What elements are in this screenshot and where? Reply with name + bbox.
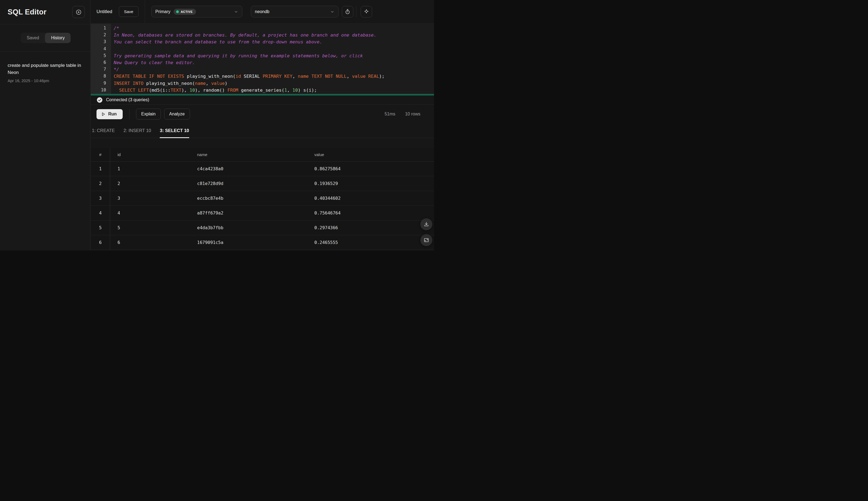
query-row-count: 10 rows xyxy=(405,111,420,117)
value-cell: 0.40344602 xyxy=(307,196,434,201)
table-row[interactable]: 44a87ff679a20.75646764 xyxy=(91,206,434,221)
history-item-date: Apr 16, 2025 - 10:46pm xyxy=(8,78,83,83)
line-number: 5 xyxy=(91,52,106,59)
line-number: 2 xyxy=(91,32,106,39)
sql-keyword: SELECT xyxy=(119,88,135,93)
code-line[interactable]: */ xyxy=(114,66,434,73)
code-line[interactable]: New Query to clear the editor. xyxy=(114,59,434,66)
stopwatch-icon xyxy=(344,9,351,15)
result-tabs: 1: CREATE2: INSERT 103: SELECT 10 xyxy=(91,123,434,138)
id-cell: 3 xyxy=(110,196,190,201)
line-number-gutter: 12345678910 xyxy=(91,24,111,94)
sql-keyword: name xyxy=(298,74,309,79)
sql-keyword: PRIMARY KEY xyxy=(263,74,292,79)
column-header-name: name xyxy=(190,152,307,157)
sql-text: (md5(i:: xyxy=(149,88,171,93)
sparkle-icon xyxy=(363,9,370,15)
code-pane[interactable]: /*In Neon, databases are stored on branc… xyxy=(111,24,434,94)
branch-select[interactable]: Primary ACTIVE xyxy=(151,6,242,18)
main-panel: Untitled Save Primary ACTIVE neondb xyxy=(91,0,434,250)
analyze-button[interactable]: Analyze xyxy=(164,109,190,119)
sql-keyword: INSERT INTO xyxy=(114,81,143,86)
sql-text: ) xyxy=(224,81,227,86)
line-number: 9 xyxy=(91,80,106,87)
editor-toolbar: Untitled Save Primary ACTIVE neondb xyxy=(91,0,434,23)
tab-saved[interactable]: Saved xyxy=(21,33,45,43)
code-line[interactable]: Try generating sample data and querying … xyxy=(114,52,434,59)
row-index-cell: 2 xyxy=(91,176,110,191)
sql-keyword: name xyxy=(195,81,206,86)
id-cell: 2 xyxy=(110,181,190,186)
line-number: 10 xyxy=(91,87,106,94)
query-actions-row: Run Explain Analyze 51ms 10 rows xyxy=(91,105,434,123)
active-status-dot xyxy=(176,10,179,13)
sql-keyword: TEXT NOT NULL xyxy=(311,74,347,79)
sql-number: 10 xyxy=(189,88,195,93)
row-index-cell: 6 xyxy=(91,235,110,250)
table-row[interactable]: 661679091c5a0.2465555 xyxy=(91,235,434,250)
code-line[interactable]: CREATE TABLE IF NOT EXISTS playing_with_… xyxy=(114,73,434,80)
explain-button[interactable]: Explain xyxy=(136,109,161,119)
result-tab-2[interactable]: 2: INSERT 10 xyxy=(123,123,151,138)
ai-assist-button[interactable] xyxy=(361,6,372,18)
history-list-item[interactable]: create and populate sample table in Neon… xyxy=(0,52,90,83)
download-icon xyxy=(424,221,429,227)
sidebar: SQL Editor Saved History create and popu… xyxy=(0,0,90,250)
code-line[interactable]: In Neon, databases are stored on branche… xyxy=(114,32,434,39)
history-item-title: create and populate sample table in Neon xyxy=(8,62,85,76)
line-number: 1 xyxy=(91,25,106,32)
code-line[interactable]: SELECT LEFT(md5(i::TEXT), 10), random() … xyxy=(114,87,434,94)
result-tab-3[interactable]: 3: SELECT 10 xyxy=(160,123,189,138)
save-button[interactable]: Save xyxy=(119,6,139,17)
table-row[interactable]: 11c4ca4238a00.86275864 xyxy=(91,161,434,176)
value-cell: 0.75646764 xyxy=(307,210,434,215)
sql-text: SERIAL xyxy=(241,74,263,79)
database-select[interactable]: neondb xyxy=(251,6,339,18)
sidebar-header: SQL Editor xyxy=(0,0,90,24)
sql-text: generate_series( xyxy=(238,88,284,93)
toolbar-divider xyxy=(145,0,145,23)
sql-text xyxy=(114,88,119,93)
result-tab-1[interactable]: 1: CREATE xyxy=(92,123,115,138)
id-cell: 5 xyxy=(110,225,190,230)
row-index-cell: 1 xyxy=(91,161,110,176)
column-header-index: # xyxy=(91,148,110,161)
query-file-name: Untitled xyxy=(97,9,112,14)
code-line[interactable]: You can select the branch and database t… xyxy=(114,39,434,45)
query-history-timer-button[interactable] xyxy=(342,6,353,18)
results-table-header: # id name value xyxy=(91,148,434,161)
expand-results-button[interactable] xyxy=(420,234,432,246)
table-row[interactable]: 22c81e728d9d0.1936529 xyxy=(91,176,434,191)
play-icon xyxy=(101,111,106,117)
code-line[interactable]: INSERT INTO playing_with_neon(name, valu… xyxy=(114,80,434,87)
sql-keyword: REAL xyxy=(368,74,379,79)
row-index-cell: 5 xyxy=(91,221,110,235)
chevron-down-icon xyxy=(234,10,238,14)
sql-text: playing_with_neon( xyxy=(184,74,235,79)
run-button[interactable]: Run xyxy=(97,109,123,119)
new-query-button[interactable] xyxy=(72,6,85,18)
branch-status-badge: ACTIVE xyxy=(174,9,196,15)
sql-text xyxy=(365,74,368,79)
value-cell: 0.1936529 xyxy=(307,181,434,186)
actions-divider xyxy=(129,109,130,119)
name-cell: c4ca4238a0 xyxy=(190,166,307,171)
column-header-id: id xyxy=(110,152,190,157)
sql-text: ); xyxy=(379,74,385,79)
sql-number: 1 xyxy=(284,88,287,93)
sql-code-editor[interactable]: 12345678910 /*In Neon, databases are sto… xyxy=(91,24,434,94)
sql-text: , xyxy=(206,81,211,86)
code-line[interactable]: /* xyxy=(114,25,434,32)
download-results-button[interactable] xyxy=(420,218,432,230)
sql-comment: You can select the branch and database t… xyxy=(114,39,322,44)
code-line[interactable] xyxy=(114,45,434,52)
tab-history[interactable]: History xyxy=(45,33,70,43)
sql-comment: */ xyxy=(114,67,119,72)
name-cell: 1679091c5a xyxy=(190,240,307,245)
value-cell: 0.86275864 xyxy=(307,166,434,171)
name-cell: e4da3b7fbb xyxy=(190,225,307,230)
table-row[interactable]: 55e4da3b7fbb0.2974366 xyxy=(91,221,434,235)
plus-circle-icon xyxy=(76,9,82,15)
table-row[interactable]: 33eccbc87e4b0.40344602 xyxy=(91,191,434,206)
name-cell: eccbc87e4b xyxy=(190,196,307,201)
